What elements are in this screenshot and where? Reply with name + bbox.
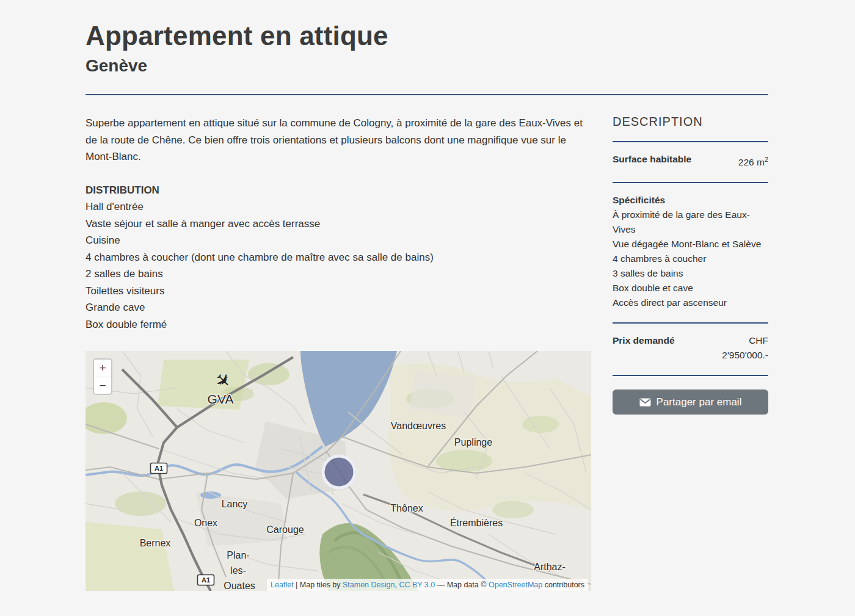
map-label-carouge: Carouge bbox=[266, 524, 304, 535]
stamen-design-link[interactable]: Stamen Design bbox=[343, 581, 395, 589]
map-label-arthaz: Arthaz- bbox=[534, 562, 566, 572]
header-divider bbox=[86, 94, 768, 95]
cc-by-link[interactable]: CC BY 3.0 bbox=[399, 581, 435, 589]
distribution-item: Hall d'entrée bbox=[86, 198, 591, 216]
map-attribution: Leaflet | Map tiles by Stamen Design, CC… bbox=[267, 579, 588, 591]
map-label-thonex: Thônex bbox=[390, 503, 423, 513]
map-label-ouates: Ouates bbox=[224, 581, 255, 591]
spec-item: 3 salles de bains bbox=[613, 266, 768, 281]
page-container: Appartement en attique Genève Superbe ap… bbox=[86, 0, 768, 591]
leaflet-link[interactable]: Leaflet bbox=[271, 581, 294, 589]
surface-row: Surface habitable 226 m2 bbox=[613, 142, 768, 182]
map-label-vandoeuvres: Vandœuvres bbox=[391, 421, 446, 431]
map-label-plan: Plan- bbox=[227, 550, 249, 560]
specs-section: Spécificités À proximité de la gare des … bbox=[613, 183, 768, 322]
spec-item: À proximité de la gare des Eaux-Vives bbox=[613, 208, 768, 237]
price-value: CHF 2'950'000.- bbox=[722, 333, 768, 363]
property-description: Superbe appartement en attique situé sur… bbox=[86, 115, 591, 165]
map-label-puplinge: Puplinge bbox=[454, 437, 492, 448]
distribution-item: Vaste séjour et salle à manger avec accè… bbox=[86, 216, 591, 233]
email-icon bbox=[639, 398, 651, 407]
a1-road-badge: A1 bbox=[151, 463, 167, 474]
specs-heading: Spécificités bbox=[613, 193, 768, 208]
distribution-heading: DISTRIBUTION bbox=[86, 182, 591, 199]
a1-road-badge: A1 bbox=[198, 575, 214, 585]
map-label-bernex: Bernex bbox=[140, 538, 171, 548]
sidebar-title: DESCRIPTION bbox=[613, 115, 768, 141]
svg-text:A1: A1 bbox=[202, 576, 210, 584]
map-label-onex: Onex bbox=[194, 518, 217, 528]
main-column: Superbe appartement en attique situé sur… bbox=[86, 115, 591, 591]
distribution-item: Grande cave bbox=[86, 299, 591, 316]
svg-text:A1: A1 bbox=[155, 465, 163, 472]
page-subtitle: Genève bbox=[86, 56, 768, 76]
distribution-item: Box double fermé bbox=[86, 316, 591, 333]
map-label-etrembieres: Étrembières bbox=[450, 517, 503, 528]
map-tiles: ✈ A1 A1 GVA Vandœuvres bbox=[86, 351, 591, 591]
price-currency: CHF bbox=[749, 335, 768, 346]
map[interactable]: ✈ A1 A1 GVA Vandœuvres bbox=[86, 351, 591, 591]
map-label-gva: GVA bbox=[208, 392, 234, 406]
price-label: Prix demandé bbox=[613, 333, 675, 348]
sidebar: DESCRIPTION Surface habitable 226 m2 Spé… bbox=[613, 115, 768, 591]
share-by-email-button[interactable]: Partager par email bbox=[613, 390, 768, 415]
spec-item: Accès direct par ascenseur bbox=[613, 295, 768, 310]
surface-label: Surface habitable bbox=[613, 152, 691, 167]
attribution-text: — Map data © bbox=[435, 581, 489, 589]
zoom-in-button[interactable]: + bbox=[94, 360, 111, 377]
distribution-item: 4 chambres à coucher (dont une chambre d… bbox=[86, 249, 591, 266]
zoom-out-button[interactable]: − bbox=[94, 377, 111, 394]
spec-item: Box double et cave bbox=[613, 281, 768, 295]
page-title: Appartement en attique bbox=[86, 21, 768, 51]
price-amount: 2'950'000.- bbox=[722, 348, 768, 363]
map-label-les: les- bbox=[230, 565, 246, 576]
spec-item: 4 chambres à coucher bbox=[613, 252, 768, 266]
surface-value: 226 m2 bbox=[738, 152, 768, 170]
price-row: Prix demandé CHF 2'950'000.- bbox=[613, 324, 768, 375]
distribution-item: 2 salles de bains bbox=[86, 266, 591, 283]
attribution-text: contributors bbox=[542, 581, 584, 589]
property-marker bbox=[323, 456, 355, 488]
openstreetmap-link[interactable]: OpenStreetMap bbox=[489, 581, 542, 589]
share-button-label: Partager par email bbox=[657, 396, 742, 408]
attribution-text: | Map tiles by bbox=[294, 581, 343, 589]
distribution-item: Toilettes visiteurs bbox=[86, 283, 591, 300]
sidebar-divider bbox=[613, 375, 768, 376]
distribution-item: Cuisine bbox=[86, 232, 591, 249]
map-label-lancy: Lancy bbox=[222, 499, 248, 509]
spec-item: Vue dégagée Mont-Blanc et Salève bbox=[613, 237, 768, 252]
map-zoom-control: + − bbox=[93, 358, 112, 395]
